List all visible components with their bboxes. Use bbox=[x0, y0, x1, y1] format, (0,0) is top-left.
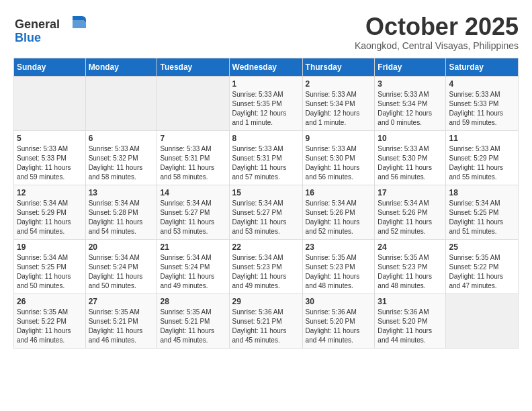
logo-svg: General Blue bbox=[13, 13, 87, 47]
day-info: Sunrise: 5:33 AM Sunset: 5:32 PM Dayligh… bbox=[89, 144, 154, 182]
day-number: 28 bbox=[160, 297, 226, 306]
calendar-week-row: 19Sunrise: 5:34 AM Sunset: 5:25 PM Dayli… bbox=[14, 239, 519, 293]
day-number: 3 bbox=[378, 79, 443, 89]
calendar-cell: 15Sunrise: 5:34 AM Sunset: 5:27 PM Dayli… bbox=[229, 185, 302, 239]
calendar-cell: 13Sunrise: 5:34 AM Sunset: 5:28 PM Dayli… bbox=[85, 185, 157, 239]
calendar-cell: 30Sunrise: 5:36 AM Sunset: 5:20 PM Dayli… bbox=[302, 293, 375, 348]
day-info: Sunrise: 5:35 AM Sunset: 5:21 PM Dayligh… bbox=[160, 308, 226, 345]
day-info: Sunrise: 5:34 AM Sunset: 5:23 PM Dayligh… bbox=[232, 253, 300, 291]
day-number: 16 bbox=[306, 188, 372, 197]
calendar-week-row: 1Sunrise: 5:33 AM Sunset: 5:35 PM Daylig… bbox=[14, 76, 519, 130]
day-info: Sunrise: 5:34 AM Sunset: 5:26 PM Dayligh… bbox=[306, 199, 372, 236]
calendar-cell: 25Sunrise: 5:35 AM Sunset: 5:22 PM Dayli… bbox=[446, 239, 519, 293]
calendar-cell: 17Sunrise: 5:34 AM Sunset: 5:26 PM Dayli… bbox=[375, 185, 446, 239]
calendar-cell: 22Sunrise: 5:34 AM Sunset: 5:23 PM Dayli… bbox=[229, 239, 302, 293]
day-info: Sunrise: 5:34 AM Sunset: 5:25 PM Dayligh… bbox=[449, 199, 515, 236]
calendar-cell: 1Sunrise: 5:33 AM Sunset: 5:35 PM Daylig… bbox=[229, 76, 302, 130]
day-number: 23 bbox=[306, 242, 372, 252]
day-info: Sunrise: 5:34 AM Sunset: 5:25 PM Dayligh… bbox=[17, 253, 83, 291]
calendar-cell: 27Sunrise: 5:35 AM Sunset: 5:21 PM Dayli… bbox=[85, 293, 157, 348]
month-title: October 2025 bbox=[355, 13, 519, 40]
day-number: 12 bbox=[17, 188, 83, 197]
day-info: Sunrise: 5:35 AM Sunset: 5:21 PM Dayligh… bbox=[89, 308, 154, 345]
day-number: 25 bbox=[449, 242, 515, 252]
day-info: Sunrise: 5:33 AM Sunset: 5:30 PM Dayligh… bbox=[378, 144, 443, 182]
weekday-header: Sunday bbox=[14, 58, 86, 76]
day-number: 24 bbox=[378, 242, 443, 252]
weekday-header: Friday bbox=[375, 58, 446, 76]
day-info: Sunrise: 5:34 AM Sunset: 5:27 PM Dayligh… bbox=[160, 199, 226, 236]
title-section: October 2025 Kaongkod, Central Visayas, … bbox=[355, 13, 519, 51]
page-header: General Blue October 2025 Kaongkod, Cent… bbox=[13, 13, 519, 51]
day-info: Sunrise: 5:33 AM Sunset: 5:35 PM Dayligh… bbox=[232, 90, 300, 128]
day-number: 19 bbox=[17, 242, 83, 252]
calendar-cell: 8Sunrise: 5:33 AM Sunset: 5:31 PM Daylig… bbox=[229, 130, 302, 185]
calendar-cell: 29Sunrise: 5:36 AM Sunset: 5:21 PM Dayli… bbox=[229, 293, 302, 348]
svg-text:General: General bbox=[15, 17, 60, 31]
calendar-cell: 11Sunrise: 5:33 AM Sunset: 5:29 PM Dayli… bbox=[446, 130, 519, 185]
day-number: 6 bbox=[89, 134, 154, 143]
day-info: Sunrise: 5:35 AM Sunset: 5:23 PM Dayligh… bbox=[378, 253, 443, 291]
day-info: Sunrise: 5:33 AM Sunset: 5:31 PM Dayligh… bbox=[160, 144, 226, 182]
calendar-table: SundayMondayTuesdayWednesdayThursdayFrid… bbox=[13, 58, 519, 349]
day-number: 10 bbox=[378, 134, 443, 143]
day-number: 14 bbox=[160, 188, 226, 197]
day-number: 2 bbox=[306, 79, 372, 89]
day-number: 26 bbox=[17, 297, 83, 306]
day-info: Sunrise: 5:35 AM Sunset: 5:22 PM Dayligh… bbox=[449, 253, 515, 291]
day-info: Sunrise: 5:35 AM Sunset: 5:23 PM Dayligh… bbox=[306, 253, 372, 291]
calendar-cell: 16Sunrise: 5:34 AM Sunset: 5:26 PM Dayli… bbox=[302, 185, 375, 239]
day-number: 11 bbox=[449, 134, 515, 143]
day-info: Sunrise: 5:33 AM Sunset: 5:30 PM Dayligh… bbox=[306, 144, 372, 182]
day-number: 17 bbox=[378, 188, 443, 197]
day-info: Sunrise: 5:34 AM Sunset: 5:24 PM Dayligh… bbox=[160, 253, 226, 291]
weekday-header: Tuesday bbox=[157, 58, 229, 76]
calendar-cell: 5Sunrise: 5:33 AM Sunset: 5:33 PM Daylig… bbox=[14, 130, 86, 185]
day-info: Sunrise: 5:34 AM Sunset: 5:27 PM Dayligh… bbox=[232, 199, 300, 236]
calendar-cell: 9Sunrise: 5:33 AM Sunset: 5:30 PM Daylig… bbox=[302, 130, 375, 185]
weekday-header: Wednesday bbox=[229, 58, 302, 76]
day-info: Sunrise: 5:34 AM Sunset: 5:29 PM Dayligh… bbox=[17, 199, 83, 236]
day-number: 8 bbox=[232, 134, 300, 143]
calendar-cell: 18Sunrise: 5:34 AM Sunset: 5:25 PM Dayli… bbox=[446, 185, 519, 239]
day-info: Sunrise: 5:33 AM Sunset: 5:34 PM Dayligh… bbox=[306, 90, 372, 128]
day-number: 29 bbox=[232, 297, 300, 306]
day-number: 22 bbox=[232, 242, 300, 252]
day-info: Sunrise: 5:33 AM Sunset: 5:31 PM Dayligh… bbox=[232, 144, 300, 182]
calendar-cell: 21Sunrise: 5:34 AM Sunset: 5:24 PM Dayli… bbox=[157, 239, 229, 293]
calendar-cell: 4Sunrise: 5:33 AM Sunset: 5:33 PM Daylig… bbox=[446, 76, 519, 130]
day-number: 30 bbox=[306, 297, 372, 306]
day-number: 21 bbox=[160, 242, 226, 252]
weekday-header: Thursday bbox=[302, 58, 375, 76]
day-info: Sunrise: 5:36 AM Sunset: 5:21 PM Dayligh… bbox=[232, 308, 300, 345]
calendar-cell: 10Sunrise: 5:33 AM Sunset: 5:30 PM Dayli… bbox=[375, 130, 446, 185]
svg-text:Blue: Blue bbox=[15, 31, 41, 44]
weekday-header: Monday bbox=[85, 58, 157, 76]
day-info: Sunrise: 5:33 AM Sunset: 5:34 PM Dayligh… bbox=[378, 90, 443, 128]
day-info: Sunrise: 5:34 AM Sunset: 5:28 PM Dayligh… bbox=[89, 199, 154, 236]
day-info: Sunrise: 5:34 AM Sunset: 5:26 PM Dayligh… bbox=[378, 199, 443, 236]
calendar-cell: 24Sunrise: 5:35 AM Sunset: 5:23 PM Dayli… bbox=[375, 239, 446, 293]
calendar-cell: 6Sunrise: 5:33 AM Sunset: 5:32 PM Daylig… bbox=[85, 130, 157, 185]
calendar-week-row: 5Sunrise: 5:33 AM Sunset: 5:33 PM Daylig… bbox=[14, 130, 519, 185]
weekday-header: Saturday bbox=[446, 58, 519, 76]
day-number: 7 bbox=[160, 134, 226, 143]
day-number: 4 bbox=[449, 79, 515, 89]
calendar-header-row: SundayMondayTuesdayWednesdayThursdayFrid… bbox=[14, 58, 519, 76]
day-number: 15 bbox=[232, 188, 300, 197]
calendar-cell: 12Sunrise: 5:34 AM Sunset: 5:29 PM Dayli… bbox=[14, 185, 86, 239]
day-info: Sunrise: 5:33 AM Sunset: 5:33 PM Dayligh… bbox=[17, 144, 83, 182]
day-number: 31 bbox=[378, 297, 443, 306]
day-number: 18 bbox=[449, 188, 515, 197]
calendar-cell: 2Sunrise: 5:33 AM Sunset: 5:34 PM Daylig… bbox=[302, 76, 375, 130]
calendar-cell: 26Sunrise: 5:35 AM Sunset: 5:22 PM Dayli… bbox=[14, 293, 86, 348]
day-number: 27 bbox=[89, 297, 154, 306]
day-info: Sunrise: 5:35 AM Sunset: 5:22 PM Dayligh… bbox=[17, 308, 83, 345]
day-info: Sunrise: 5:33 AM Sunset: 5:33 PM Dayligh… bbox=[449, 90, 515, 128]
location: Kaongkod, Central Visayas, Philippines bbox=[355, 40, 519, 51]
calendar-cell bbox=[85, 76, 157, 130]
day-info: Sunrise: 5:36 AM Sunset: 5:20 PM Dayligh… bbox=[378, 308, 443, 345]
calendar-cell: 31Sunrise: 5:36 AM Sunset: 5:20 PM Dayli… bbox=[375, 293, 446, 348]
day-info: Sunrise: 5:36 AM Sunset: 5:20 PM Dayligh… bbox=[306, 308, 372, 345]
day-info: Sunrise: 5:33 AM Sunset: 5:29 PM Dayligh… bbox=[449, 144, 515, 182]
